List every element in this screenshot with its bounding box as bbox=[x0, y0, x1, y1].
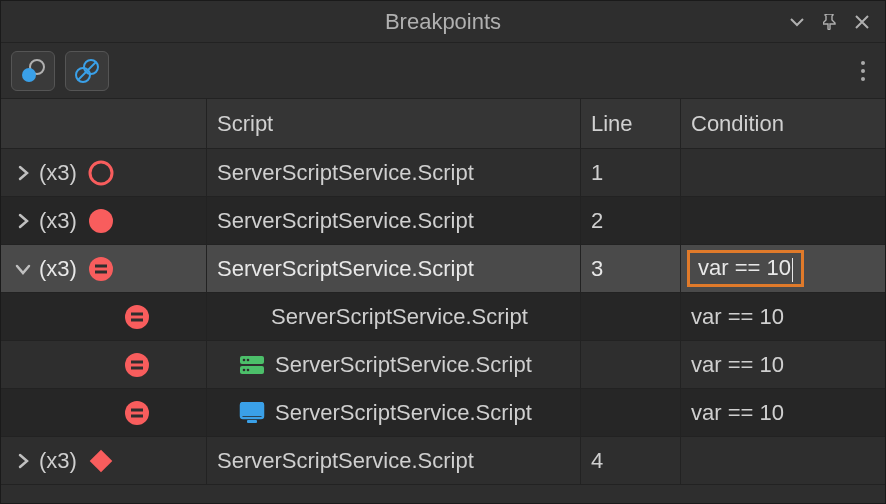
group-count: (x3) bbox=[39, 208, 77, 234]
breakpoint-group-row[interactable]: (x3)ServerScriptService.Script3var == 10 bbox=[1, 245, 885, 293]
line-cell: 1 bbox=[581, 149, 681, 196]
script-path: ServerScriptService.Script bbox=[217, 208, 474, 234]
svg-rect-29 bbox=[242, 404, 262, 416]
svg-point-9 bbox=[89, 209, 113, 233]
svg-point-8 bbox=[90, 162, 112, 184]
svg-point-21 bbox=[243, 358, 246, 361]
group-count: (x3) bbox=[39, 448, 77, 474]
breakpoints-table: Script Line Condition (x3)ServerScriptSe… bbox=[1, 99, 885, 503]
line-cell bbox=[581, 341, 681, 388]
panel-title: Breakpoints bbox=[1, 9, 885, 35]
line-cell: 4 bbox=[581, 437, 681, 484]
close-icon[interactable] bbox=[853, 13, 871, 31]
script-path: ServerScriptService.Script bbox=[217, 448, 474, 474]
condition-cell[interactable] bbox=[681, 197, 885, 244]
svg-point-23 bbox=[243, 368, 246, 371]
condition-cell[interactable] bbox=[681, 149, 885, 196]
window-controls bbox=[789, 13, 885, 31]
line-cell: 2 bbox=[581, 197, 681, 244]
column-header-line[interactable]: Line bbox=[581, 99, 681, 148]
toolbar bbox=[1, 43, 885, 99]
script-cell: ServerScriptService.Script bbox=[207, 389, 581, 436]
svg-point-16 bbox=[125, 353, 149, 377]
script-cell: ServerScriptService.Script bbox=[207, 437, 581, 484]
disable-all-breakpoints-button[interactable] bbox=[65, 51, 109, 91]
chevron-down-icon[interactable] bbox=[13, 259, 33, 279]
svg-point-1 bbox=[22, 68, 36, 82]
condition-cell[interactable]: var == 10 bbox=[681, 341, 885, 388]
server-context-icon bbox=[239, 355, 265, 375]
column-header-condition[interactable]: Condition bbox=[681, 99, 885, 148]
svg-point-10 bbox=[89, 257, 113, 281]
pin-icon[interactable] bbox=[821, 13, 839, 31]
titlebar: Breakpoints bbox=[1, 1, 885, 43]
svg-line-4 bbox=[78, 62, 96, 80]
script-cell: ServerScriptService.Script bbox=[207, 341, 581, 388]
svg-point-22 bbox=[247, 358, 250, 361]
options-chevron-icon[interactable] bbox=[789, 13, 807, 31]
breakpoint-group-row[interactable]: (x3)ServerScriptService.Script4 bbox=[1, 437, 885, 485]
breakpoint-circle-equals-icon[interactable] bbox=[123, 351, 151, 379]
line-cell bbox=[581, 293, 681, 340]
chevron-right-icon[interactable] bbox=[13, 163, 33, 183]
script-path: ServerScriptService.Script bbox=[275, 400, 532, 426]
breakpoint-circle-equals-icon[interactable] bbox=[123, 303, 151, 331]
breakpoint-child-row[interactable]: ServerScriptService.Scriptvar == 10 bbox=[1, 341, 885, 389]
breakpoint-circle-equals-icon[interactable] bbox=[123, 399, 151, 427]
breakpoint-group-row[interactable]: (x3)ServerScriptService.Script1 bbox=[1, 149, 885, 197]
condition-cell[interactable]: var == 10 bbox=[681, 293, 885, 340]
breakpoint-circle-equals-icon[interactable] bbox=[87, 255, 115, 283]
svg-point-25 bbox=[125, 401, 149, 425]
breakpoint-circle-filled-icon[interactable] bbox=[87, 207, 115, 235]
client-context-icon bbox=[239, 403, 265, 423]
breakpoint-diamond-filled-icon[interactable] bbox=[87, 447, 115, 475]
svg-rect-30 bbox=[247, 420, 257, 423]
tree-cell: (x3) bbox=[1, 197, 207, 244]
group-count: (x3) bbox=[39, 256, 77, 282]
script-cell: ServerScriptService.Script bbox=[207, 197, 581, 244]
svg-rect-31 bbox=[90, 449, 113, 472]
tree-cell bbox=[1, 293, 207, 340]
group-count: (x3) bbox=[39, 160, 77, 186]
line-cell bbox=[581, 389, 681, 436]
script-path: ServerScriptService.Script bbox=[217, 256, 474, 282]
script-path: ServerScriptService.Script bbox=[275, 352, 532, 378]
table-header-row: Script Line Condition bbox=[1, 99, 885, 149]
tree-cell bbox=[1, 389, 207, 436]
column-header-tree[interactable] bbox=[1, 99, 207, 148]
script-cell: ServerScriptService.Script bbox=[207, 293, 581, 340]
condition-text: var == 10 bbox=[698, 255, 791, 280]
breakpoint-child-row[interactable]: ServerScriptService.Scriptvar == 10 bbox=[1, 389, 885, 437]
chevron-right-icon[interactable] bbox=[13, 211, 33, 231]
script-path: ServerScriptService.Script bbox=[271, 304, 528, 330]
breakpoints-panel: { "title": "Breakpoints", "columns": { "… bbox=[0, 0, 886, 504]
svg-point-5 bbox=[861, 61, 865, 65]
condition-cell[interactable]: var == 10 bbox=[681, 245, 885, 292]
condition-cell[interactable] bbox=[681, 437, 885, 484]
more-options-button[interactable] bbox=[851, 51, 875, 91]
script-path: ServerScriptService.Script bbox=[217, 160, 474, 186]
svg-point-13 bbox=[125, 305, 149, 329]
svg-point-24 bbox=[247, 368, 250, 371]
svg-point-6 bbox=[861, 69, 865, 73]
svg-point-7 bbox=[861, 77, 865, 81]
tree-cell: (x3) bbox=[1, 437, 207, 484]
tree-cell: (x3) bbox=[1, 149, 207, 196]
script-cell: ServerScriptService.Script bbox=[207, 245, 581, 292]
tree-cell: (x3) bbox=[1, 245, 207, 292]
condition-cell[interactable]: var == 10 bbox=[681, 389, 885, 436]
chevron-right-icon[interactable] bbox=[13, 451, 33, 471]
breakpoint-child-row[interactable]: ServerScriptService.Scriptvar == 10 bbox=[1, 293, 885, 341]
text-caret bbox=[792, 258, 793, 282]
column-header-script[interactable]: Script bbox=[207, 99, 581, 148]
condition-edit-input[interactable]: var == 10 bbox=[687, 250, 804, 286]
breakpoint-group-row[interactable]: (x3)ServerScriptService.Script2 bbox=[1, 197, 885, 245]
line-cell: 3 bbox=[581, 245, 681, 292]
breakpoint-circle-outline-icon[interactable] bbox=[87, 159, 115, 187]
script-cell: ServerScriptService.Script bbox=[207, 149, 581, 196]
tree-cell bbox=[1, 341, 207, 388]
toggle-breakpoint-button[interactable] bbox=[11, 51, 55, 91]
